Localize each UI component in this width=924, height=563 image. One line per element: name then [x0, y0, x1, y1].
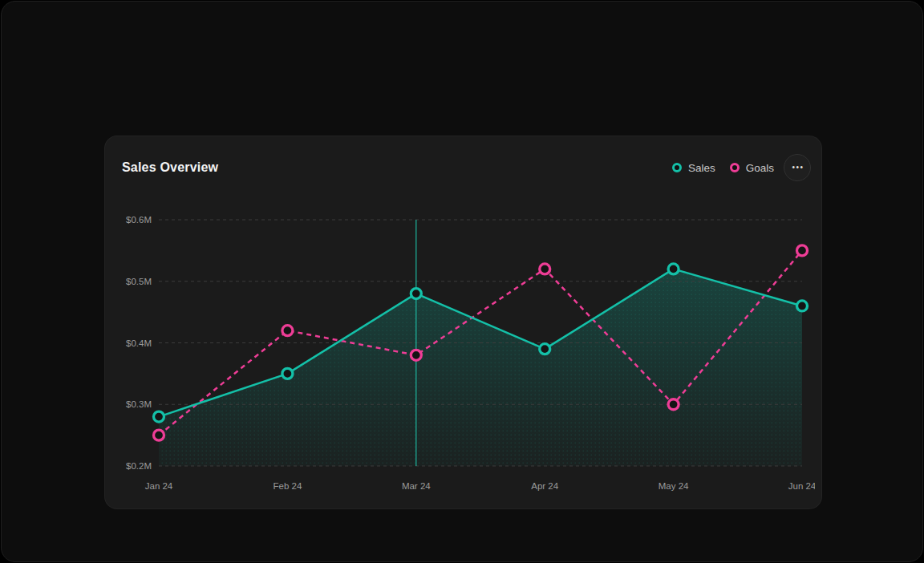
sales-point-apr-24[interactable]: [540, 344, 550, 354]
sales-point-feb-24[interactable]: [282, 368, 293, 379]
goals-point-jan-24[interactable]: [154, 430, 164, 440]
sales-point-jun-24[interactable]: [797, 301, 808, 311]
ellipsis-icon: •••: [792, 164, 804, 172]
goals-point-mar-24[interactable]: [411, 350, 421, 360]
x-axis-label: Jun 24: [788, 481, 815, 491]
goals-point-apr-24[interactable]: [540, 264, 550, 274]
legend-item-sales[interactable]: Sales: [672, 162, 715, 174]
goals-point-jun-24[interactable]: [797, 245, 808, 256]
x-axis-label: Mar 24: [402, 481, 431, 491]
y-axis-label: $0.4M: [126, 338, 152, 348]
legend-item-goals[interactable]: Goals: [730, 162, 774, 174]
goals-point-may-24[interactable]: [668, 399, 679, 410]
app-surface: Sales Overview Sales Goals ••• $0.6M$0.5…: [1, 1, 923, 562]
page-title: Sales Overview: [122, 160, 672, 175]
sales-overview-chart[interactable]: $0.6M$0.5M$0.4M$0.3M$0.2MJan 24Feb 24Mar…: [113, 205, 815, 506]
more-options-button[interactable]: •••: [784, 154, 811, 181]
sales-series-dot-icon: [672, 163, 682, 172]
card-header: Sales Overview Sales Goals •••: [105, 136, 821, 199]
x-axis-label: Jan 24: [145, 481, 173, 491]
sales-point-jan-24[interactable]: [154, 411, 164, 422]
chart-legend: Sales Goals: [672, 162, 774, 174]
sales-point-may-24[interactable]: [668, 264, 679, 274]
y-axis-label: $0.6M: [126, 215, 152, 225]
y-axis-label: $0.3M: [126, 399, 152, 409]
x-axis-label: Feb 24: [273, 481, 302, 491]
goals-series-dot-icon: [730, 163, 740, 172]
legend-label-goals: Goals: [746, 162, 774, 174]
sales-area-texture: [159, 269, 802, 466]
x-axis-label: May 24: [659, 481, 689, 491]
goals-point-feb-24[interactable]: [282, 326, 293, 336]
legend-label-sales: Sales: [688, 162, 715, 174]
y-axis-label: $0.2M: [126, 461, 152, 471]
y-axis-label: $0.5M: [126, 277, 152, 286]
x-axis-label: Apr 24: [531, 481, 558, 491]
sales-overview-card: Sales Overview Sales Goals ••• $0.6M$0.5…: [104, 136, 822, 509]
sales-point-mar-24[interactable]: [411, 289, 421, 299]
